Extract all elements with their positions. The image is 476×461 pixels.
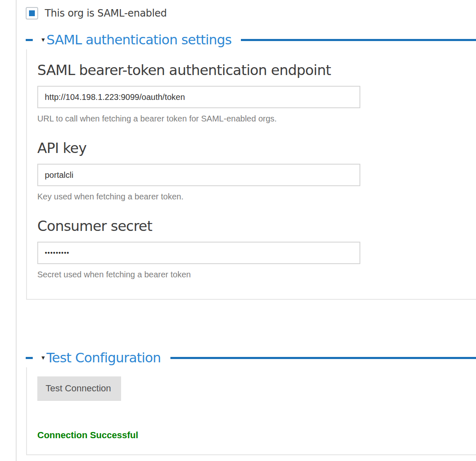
saml-settings-body: SAML bearer-token authentication endpoin…: [26, 49, 476, 300]
test-connection-button[interactable]: Test Connection: [37, 376, 121, 401]
legend-dash: [26, 357, 33, 359]
saml-settings-title: SAML authentication settings: [46, 32, 231, 48]
endpoint-help-text: URL to call when fetching a bearer token…: [37, 114, 476, 123]
collapse-triangle-icon: ▾: [41, 36, 45, 43]
test-configuration-toggle[interactable]: ▾ Test Configuration: [41, 350, 161, 366]
legend-dash: [26, 39, 33, 41]
test-configuration-title: Test Configuration: [46, 350, 161, 366]
saml-enabled-checkbox[interactable]: [26, 7, 38, 19]
legend-rule-line: [170, 357, 476, 359]
connection-status-message: Connection Successful: [37, 430, 476, 441]
saml-settings-legend: ▾ SAML authentication settings: [0, 30, 476, 49]
endpoint-input[interactable]: [37, 86, 360, 108]
test-configuration-body: Test Connection Connection Successful: [26, 367, 476, 455]
test-configuration-legend: ▾ Test Configuration: [0, 348, 476, 367]
checkbox-checked-mark: [29, 10, 35, 16]
saml-enabled-label: This org is SAML-enabled: [45, 7, 167, 19]
consumer-secret-input[interactable]: [37, 242, 360, 264]
saml-enabled-row: This org is SAML-enabled: [26, 0, 476, 19]
settings-page: This org is SAML-enabled ▾ SAML authenti…: [0, 0, 476, 461]
consumer-secret-label: Consumer secret: [37, 218, 476, 234]
legend-rule-line: [241, 39, 476, 41]
api-key-input[interactable]: [37, 164, 360, 186]
endpoint-label: SAML bearer-token authentication endpoin…: [37, 62, 476, 78]
field-group-endpoint: SAML bearer-token authentication endpoin…: [37, 62, 476, 123]
saml-settings-toggle[interactable]: ▾ SAML authentication settings: [41, 32, 231, 48]
collapse-triangle-icon: ▾: [41, 354, 45, 361]
api-key-label: API key: [37, 140, 476, 156]
field-group-consumer-secret: Consumer secret Secret used when fetchin…: [37, 218, 476, 279]
page-left-rule: [16, 0, 17, 461]
consumer-secret-help-text: Secret used when fetching a bearer token: [37, 270, 476, 279]
field-group-api-key: API key Key used when fetching a bearer …: [37, 140, 476, 201]
api-key-help-text: Key used when fetching a bearer token.: [37, 192, 476, 201]
